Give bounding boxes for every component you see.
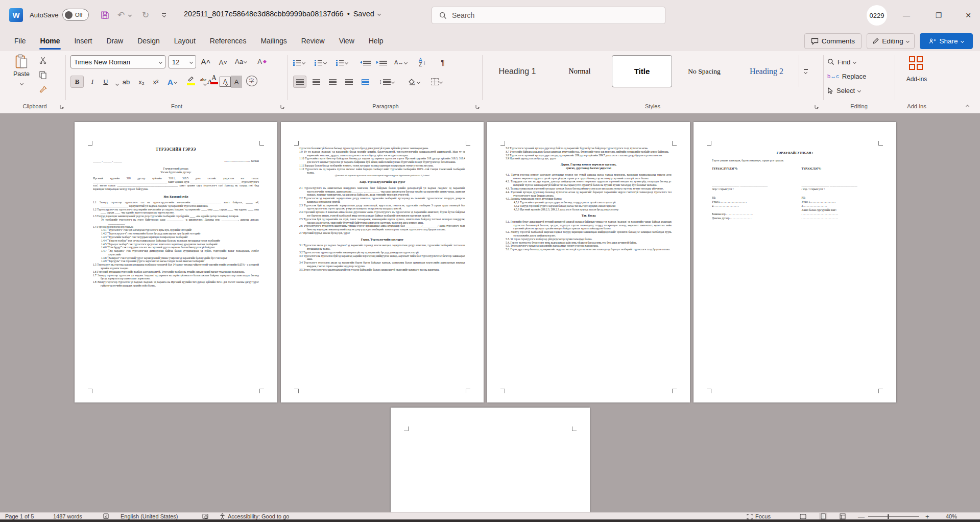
tab-mailings[interactable]: Mailings [253, 31, 294, 51]
style-no-spacing[interactable]: No Spacing [674, 55, 734, 87]
tab-layout[interactable]: Layout [167, 31, 203, 51]
shrink-font-button[interactable]: A˅ [218, 56, 229, 68]
addins-button[interactable] [909, 56, 923, 70]
subscript-button[interactable]: x₂ [136, 76, 147, 88]
highlight-button[interactable] [187, 76, 198, 85]
paragraph-dialog-launcher-icon[interactable] [475, 104, 480, 109]
document-page[interactable]: 3.6 Түрээслэгч гэрээний хугацаа дуусахад… [487, 122, 690, 402]
italic-button[interactable]: I [87, 76, 98, 88]
underline-button[interactable]: U [100, 76, 111, 88]
grow-font-button[interactable]: A˄ [200, 55, 211, 67]
multilevel-list-button[interactable] [336, 56, 348, 68]
find-button[interactable]: Find [827, 55, 856, 68]
replace-button[interactable]: b↔c Replace [827, 69, 866, 83]
tab-design[interactable]: Design [130, 31, 167, 51]
styles-gallery-more-button[interactable] [799, 55, 812, 87]
font-size-select[interactable]: 12 [169, 55, 196, 68]
font-color-dropdown[interactable] [221, 78, 232, 90]
language-indicator[interactable]: English (United States) [121, 513, 178, 520]
tab-view[interactable]: View [332, 31, 362, 51]
comments-button[interactable]: Comments [804, 33, 862, 49]
proofing-status[interactable] [103, 513, 109, 520]
page-indicator[interactable]: Page 1 of 5 [5, 513, 34, 520]
document-page[interactable]: ГЭРЭЭ БАЙГУУЛСАН :Гэрээг уншин танилцаж,… [694, 122, 896, 402]
web-layout-button[interactable] [840, 513, 846, 520]
tab-file[interactable]: File [7, 31, 33, 51]
change-case-button[interactable]: Aa [235, 55, 247, 67]
style-heading-1[interactable]: Heading 1 [487, 55, 547, 87]
redo-button[interactable]: ↻ [139, 8, 152, 21]
tab-home[interactable]: Home [33, 31, 67, 51]
minimize-button[interactable]: — [895, 6, 918, 25]
tab-help[interactable]: Help [362, 31, 391, 51]
read-mode-button[interactable] [800, 513, 806, 520]
customize-toolbar-button[interactable] [157, 8, 171, 21]
tab-draw[interactable]: Draw [99, 31, 130, 51]
word-count[interactable]: 1487 words [53, 513, 82, 520]
editing-mode-button[interactable]: Editing [867, 33, 915, 49]
style-title[interactable]: Title [612, 55, 672, 87]
borders-button[interactable] [431, 76, 442, 88]
decrease-indent-button[interactable] [360, 56, 371, 68]
document-page[interactable]: түрээслэх боломжгүй болсон бөгөөд түрээс… [281, 122, 484, 402]
share-button[interactable]: Share [920, 33, 973, 49]
focus-mode-button[interactable]: Focus [747, 513, 771, 520]
select-button[interactable]: Select [827, 84, 861, 97]
zoom-level[interactable]: 40% [946, 513, 957, 520]
enclose-characters-button[interactable]: 字 [246, 76, 257, 86]
print-layout-button[interactable] [819, 513, 827, 520]
undo-dropdown[interactable] [127, 8, 133, 21]
copy-button[interactable] [39, 70, 47, 79]
align-right-button[interactable] [327, 76, 338, 88]
tab-review[interactable]: Review [294, 31, 332, 51]
zoom-slider[interactable] [868, 513, 919, 520]
show-formatting-button[interactable]: ¶ [437, 56, 448, 68]
format-painter-button[interactable] [39, 85, 47, 93]
close-button[interactable]: ✕ [957, 6, 980, 25]
font-name-select[interactable]: Times New Roman [70, 55, 165, 68]
zoom-thumb[interactable] [888, 514, 889, 519]
font-dialog-launcher-icon[interactable] [280, 104, 285, 109]
maximize-button[interactable]: ❐ [927, 6, 950, 25]
zoom-out-button[interactable]: — [858, 513, 865, 520]
superscript-button[interactable]: x² [150, 76, 161, 88]
highlight-dropdown[interactable] [199, 78, 210, 90]
asian-layout-button[interactable]: A↔ [394, 56, 407, 68]
search-input[interactable]: Search [432, 7, 665, 24]
cut-button[interactable] [39, 56, 47, 64]
paste-button[interactable]: Paste [9, 54, 34, 87]
bullets-button[interactable] [293, 56, 305, 68]
align-left-button[interactable] [293, 76, 306, 88]
align-center-button[interactable] [310, 76, 322, 88]
autosave-toggle[interactable]: Off [62, 9, 89, 21]
document-canvas[interactable]: ТҮРЭЭСИЙН ГЭРЭЭ______ . ______ . ______…… [0, 113, 980, 512]
editor-status[interactable] [202, 513, 208, 520]
clear-formatting-button[interactable]: A◆ [256, 55, 268, 67]
justify-button[interactable] [343, 76, 354, 88]
increase-indent-button[interactable] [376, 56, 387, 68]
tab-insert[interactable]: Insert [67, 31, 99, 51]
line-spacing-button[interactable]: ↕ [379, 76, 394, 88]
shading-button[interactable] [409, 76, 420, 88]
strikethrough-button[interactable]: ab [121, 76, 132, 88]
accessibility-status[interactable]: Accessibility: Good to go [220, 513, 289, 520]
character-shading-button[interactable]: A [231, 76, 242, 88]
document-page[interactable]: ТҮРЭЭСИЙН ГЭРЭЭ______ . ______ . ______…… [75, 122, 277, 402]
zoom-in-button[interactable]: + [925, 513, 929, 520]
undo-button[interactable]: ↶ [114, 8, 128, 21]
clipboard-dialog-launcher-icon[interactable] [59, 104, 64, 109]
save-button[interactable] [98, 8, 111, 21]
distribute-button[interactable] [360, 76, 371, 88]
document-page[interactable] [391, 408, 590, 512]
document-title[interactable]: 202511_8017e58648e3d88cbb9999ba08137d66 … [184, 10, 380, 18]
style-normal[interactable]: Normal [549, 55, 610, 87]
font-color-button[interactable]: A [209, 75, 219, 84]
style-heading-2[interactable]: Heading 2 [736, 55, 797, 87]
collapse-ribbon-button[interactable] [962, 100, 972, 110]
word-logo-icon[interactable]: W [9, 8, 23, 22]
tab-references[interactable]: References [203, 31, 254, 51]
styles-dialog-launcher-icon[interactable] [814, 104, 819, 109]
text-effects-button[interactable]: A [166, 76, 178, 88]
account-avatar[interactable]: 0229 [867, 5, 887, 26]
bold-button[interactable]: B [70, 76, 84, 88]
